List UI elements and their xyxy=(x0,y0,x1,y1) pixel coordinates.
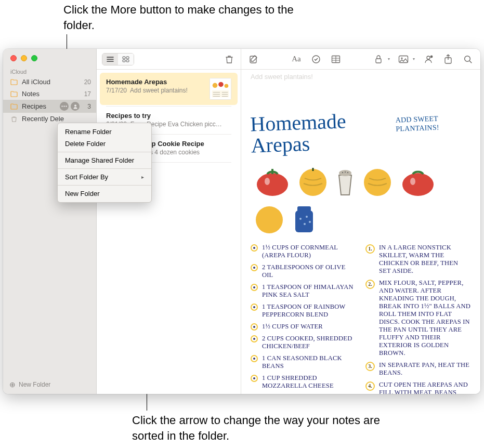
checklist-button[interactable] xyxy=(310,53,322,65)
menu-new-folder[interactable]: New Folder xyxy=(58,188,151,200)
svg-point-27 xyxy=(339,170,351,176)
svg-point-25 xyxy=(265,178,270,185)
bullet-icon xyxy=(251,284,258,291)
notes-window: iCloud All iCloud 20 Notes 17 Recipes xyxy=(3,49,480,394)
zoom-window-button[interactable] xyxy=(31,55,37,61)
svg-point-19 xyxy=(401,57,402,59)
folder-icon xyxy=(10,79,18,85)
svg-point-21 xyxy=(430,55,433,58)
step-text: Mix flour, salt, pepper, and water. Afte… xyxy=(379,279,471,357)
step-number-icon: 4. xyxy=(365,381,375,391)
svg-point-20 xyxy=(427,56,430,59)
svg-point-34 xyxy=(256,206,283,233)
editor-toolbar: Aa ▾ ▾ xyxy=(241,49,480,70)
folder-context-menu: Rename Folder Delete Folder Manage Share… xyxy=(57,123,152,203)
orange-illustration xyxy=(362,166,393,197)
svg-point-26 xyxy=(299,169,326,196)
svg-point-32 xyxy=(402,173,434,196)
svg-point-33 xyxy=(410,178,415,185)
note-list-item[interactable]: Homemade Arepas 7/17/20 Add sweet planta… xyxy=(100,73,238,105)
sidebar: iCloud All iCloud 20 Notes 17 Recipes xyxy=(3,49,97,394)
bullet-icon xyxy=(251,323,258,331)
svg-point-3 xyxy=(74,104,76,107)
lock-button[interactable] xyxy=(372,53,385,65)
ingredient-text: 1 cup shredded mozzarella cheese xyxy=(262,374,356,390)
note-preview: s 4 dozen cookies xyxy=(150,149,200,156)
ingredient-text: 1½ cups of cornmeal (arepa flour) xyxy=(262,244,356,259)
sidebar-item-notes[interactable]: Notes 17 xyxy=(3,88,96,100)
format-button[interactable]: Aa xyxy=(290,53,303,65)
new-folder-label: New Folder xyxy=(19,381,50,388)
svg-point-29 xyxy=(345,172,346,173)
sidebar-item-count: 20 xyxy=(82,78,91,86)
sidebar-item-count: 3 xyxy=(82,103,91,110)
menu-sort-by[interactable]: Sort Folder By▸ xyxy=(58,171,151,183)
svg-point-28 xyxy=(342,172,343,173)
drawing-title: Homemade Arepas xyxy=(250,109,387,156)
gallery-view-button[interactable] xyxy=(118,54,134,65)
compose-button[interactable] xyxy=(247,53,260,65)
sidebar-item-label: All iCloud xyxy=(22,78,50,86)
plus-circle-icon: ⊕ xyxy=(9,380,16,389)
view-toggle xyxy=(102,53,134,65)
orange-illustration xyxy=(254,203,285,234)
ingredient-text: 1½ cups of water xyxy=(262,323,323,331)
chevron-down-icon: ▾ xyxy=(413,57,415,61)
svg-point-12 xyxy=(225,84,229,88)
svg-point-23 xyxy=(465,56,470,61)
menu-separator xyxy=(58,185,151,186)
svg-point-39 xyxy=(304,223,306,225)
svg-point-2 xyxy=(66,106,67,107)
step-number-icon: 1. xyxy=(365,244,375,254)
sidebar-item-recipes[interactable]: Recipes 3 xyxy=(3,100,96,113)
note-title: Homemade Arepas xyxy=(106,78,205,86)
tomato-illustration xyxy=(399,164,437,197)
menu-delete-folder[interactable]: Delete Folder xyxy=(58,138,151,150)
svg-point-10 xyxy=(213,83,218,88)
more-button[interactable] xyxy=(60,102,69,111)
bullet-icon xyxy=(251,264,258,271)
collaborate-button[interactable] xyxy=(422,53,435,65)
folder-icon xyxy=(10,91,18,97)
media-button[interactable] xyxy=(397,53,410,65)
note-thumbnail xyxy=(210,78,231,100)
callout-bottom: Click the arrow to change the way your n… xyxy=(132,413,402,443)
search-button[interactable] xyxy=(462,53,474,65)
illustration-row xyxy=(251,164,471,234)
sidebar-item-count: 17 xyxy=(82,90,91,98)
svg-point-30 xyxy=(347,172,348,173)
ingredient-text: 1 teaspoon of Himalayan pink sea salt xyxy=(262,283,356,299)
menu-manage-shared[interactable]: Manage Shared Folder xyxy=(58,154,151,166)
svg-rect-8 xyxy=(126,60,129,62)
bullet-icon xyxy=(251,355,258,362)
svg-point-11 xyxy=(218,82,224,87)
orange-illustration xyxy=(297,166,329,197)
svg-point-1 xyxy=(63,106,64,107)
delete-note-button[interactable] xyxy=(223,53,236,65)
ingredients-column: 1½ cups of cornmeal (arepa flour) 2 tabl… xyxy=(251,244,356,394)
svg-point-37 xyxy=(299,218,302,220)
table-button[interactable] xyxy=(330,53,342,65)
note-preview: Add sweet plantains! xyxy=(130,87,188,94)
share-button[interactable] xyxy=(442,53,454,65)
note-list-column: Homemade Arepas 7/17/20 Add sweet planta… xyxy=(97,49,241,394)
sidebar-item-all-icloud[interactable]: All iCloud 20 xyxy=(3,76,96,88)
menu-rename-folder[interactable]: Rename Folder xyxy=(58,126,151,138)
minimize-window-button[interactable] xyxy=(21,55,27,61)
step-text: In a large nonstick skillet, warm the ch… xyxy=(379,244,471,275)
note-body[interactable]: Homemade Arepas Add sweet plantains! 1½ … xyxy=(241,81,480,394)
editor-ghost-text: Add sweet plantains! xyxy=(241,70,480,81)
shaker-illustration xyxy=(335,166,356,197)
bullet-icon xyxy=(251,244,258,252)
ingredient-text: 2 cups cooked, shredded chicken/beef xyxy=(262,335,356,350)
close-window-button[interactable] xyxy=(10,55,17,61)
step-number-icon: 3. xyxy=(365,362,375,371)
list-view-button[interactable] xyxy=(102,54,118,65)
svg-rect-17 xyxy=(376,59,381,63)
callout-top: Click the More button to make changes to… xyxy=(63,2,323,33)
steps-column: 1.In a large nonstick skillet, warm the … xyxy=(365,244,471,394)
list-toolbar xyxy=(97,49,241,70)
note-editor: Aa ▾ ▾ xyxy=(241,49,480,394)
note-title: ip Cookie Recipe xyxy=(150,140,231,148)
new-folder-button[interactable]: ⊕ New Folder xyxy=(3,375,96,394)
